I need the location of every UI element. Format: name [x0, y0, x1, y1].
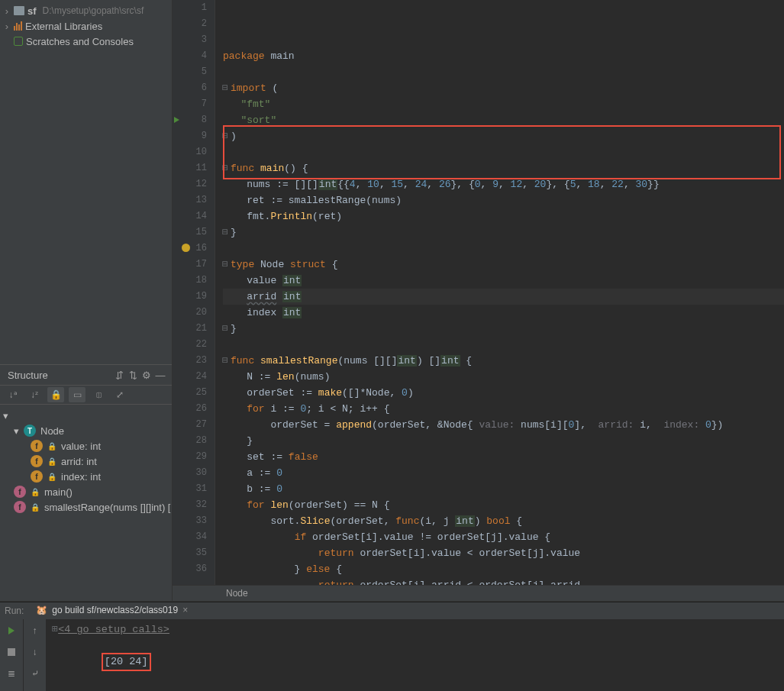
structure-tb-6[interactable]: ⤢ [111, 387, 128, 402]
lock-icon: 🔒 [47, 457, 56, 466]
soft-wrap-button[interactable]: ⤶ [28, 667, 42, 680]
breadcrumb[interactable]: Node [173, 585, 784, 601]
field-badge-icon: f [31, 440, 43, 452]
structure-node-Node[interactable]: ▾ T Node [0, 423, 172, 438]
scratches-label: Scratches and Consoles [26, 36, 134, 47]
external-libraries-label: External Libraries [25, 21, 102, 32]
structure-title: Structure [8, 370, 48, 381]
editor-gutter[interactable]: 1234567891011121314151617181920212223242… [173, 0, 215, 585]
stop-button[interactable] [5, 645, 18, 659]
structure-panel: Structure ⇵ ⇅ ⚙ — ↓ᵃ ↓ᶻ 🔒 ▭ ⎅ ⤢ ▾ ▾ T No… [0, 364, 172, 601]
run-tab[interactable]: 🐹 go build sf/newclass2/class019 × [31, 602, 192, 619]
structure-hide-icon[interactable]: — [153, 370, 167, 381]
structure-func-smallestRange[interactable]: f 🔒 smallestRange(nums [][]int) [ [0, 499, 172, 515]
structure-func-main[interactable]: f 🔒 main() [0, 484, 172, 499]
field-badge-icon: f [31, 455, 43, 467]
structure-tree[interactable]: ▾ ▾ T Node f 🔒 value: int f 🔒 arrid: int [0, 405, 172, 518]
field-badge-icon: f [31, 470, 43, 483]
console-setup: <4 go setup calls> [58, 624, 169, 635]
editor-code[interactable]: package main⊟import ( "fmt" "sort"⊟)⊟fun… [215, 0, 784, 585]
lock-icon: 🔒 [31, 503, 40, 512]
structure-field-index[interactable]: f 🔒 index: int [0, 469, 172, 484]
structure-tb-5[interactable]: ⎅ [90, 387, 107, 402]
structure-sort2-icon[interactable]: ⇅ [126, 370, 140, 381]
structure-field-arrid[interactable]: f 🔒 arrid: int [0, 454, 172, 469]
library-icon [14, 21, 22, 31]
down-button[interactable]: ↓ [28, 645, 42, 659]
layout-button[interactable]: ≣ [5, 667, 18, 680]
breadcrumb-item[interactable]: Node [226, 588, 248, 599]
func-badge-icon: f [14, 486, 26, 498]
project-root[interactable]: › sf D:\mysetup\gopath\src\sf [0, 3, 172, 18]
lock-icon: 🔒 [47, 442, 56, 450]
up-button[interactable]: ↑ [28, 624, 42, 638]
code-editor[interactable]: 1234567891011121314151617181920212223242… [173, 0, 784, 601]
project-root-path: D:\mysetup\gopath\src\sf [43, 5, 144, 16]
run-label: Run: [5, 605, 24, 616]
type-badge-icon: T [24, 425, 36, 437]
folder-icon [14, 6, 24, 15]
close-icon[interactable]: × [182, 605, 188, 615]
run-gutter-left: ≣ [0, 619, 23, 691]
project-tree[interactable]: › sf D:\mysetup\gopath\src\sf › External… [0, 0, 172, 49]
run-button[interactable] [5, 624, 18, 638]
run-tool-window: Run: 🐹 go build sf/newclass2/class019 × … [0, 602, 784, 691]
run-console[interactable]: ⊞<4 go setup calls> [20 24] Process fini… [46, 619, 784, 691]
lock-icon: 🔒 [31, 488, 40, 496]
run-tab-title: go build sf/newclass2/class019 [52, 605, 178, 615]
lock-icon: 🔒 [47, 473, 56, 481]
structure-tb-2[interactable]: ↓ᶻ [26, 387, 43, 402]
func-badge-icon: f [14, 501, 26, 513]
run-config-icon: 🐹 [36, 605, 47, 615]
scratches[interactable]: Scratches and Consoles [0, 34, 172, 49]
structure-tb-3[interactable]: 🔒 [47, 387, 64, 402]
structure-toolbar: ↓ᵃ ↓ᶻ 🔒 ▭ ⎅ ⤢ [0, 385, 172, 405]
run-gutter-right: ↑ ↓ ⤶ [23, 619, 46, 691]
structure-field-value[interactable]: f 🔒 value: int [0, 438, 172, 454]
chevron-right-icon[interactable]: › [3, 5, 11, 17]
chevron-right-icon[interactable]: › [3, 21, 11, 32]
structure-tb-4[interactable]: ▭ [69, 387, 85, 402]
scratches-icon [14, 37, 23, 46]
external-libraries[interactable]: › External Libraries [0, 18, 172, 34]
structure-tb-1[interactable]: ↓ᵃ [5, 387, 21, 402]
console-output: [20 24] [102, 653, 151, 671]
structure-chev[interactable]: ▾ [0, 408, 172, 423]
project-root-name: sf [27, 5, 37, 17]
structure-sort1-icon[interactable]: ⇵ [112, 370, 126, 381]
structure-settings-icon[interactable]: ⚙ [140, 370, 153, 381]
